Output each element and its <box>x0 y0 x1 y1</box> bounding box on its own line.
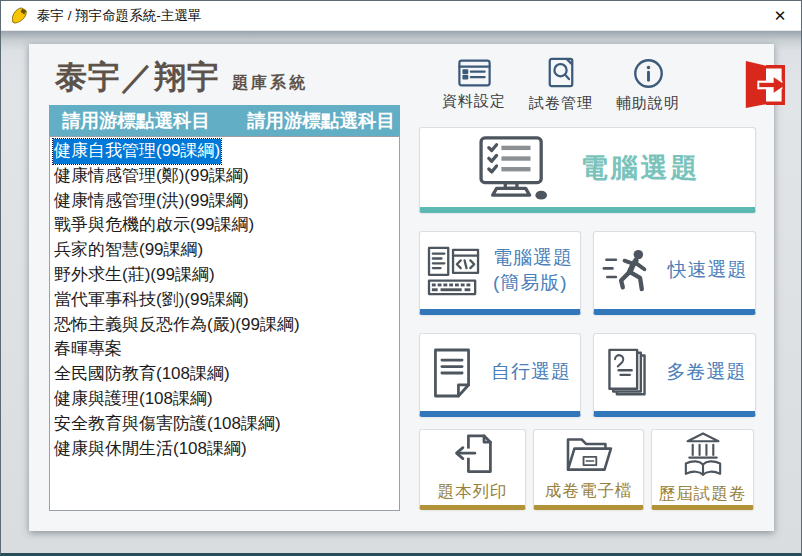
data-settings-icon <box>458 59 491 87</box>
subject-list-item[interactable]: 戰爭與危機的啟示(99課綱) <box>53 213 399 238</box>
app-window: 泰宇 / 翔宇命題系統-主選單 ✕ 泰宇／翔宇 題庫系統 請用游標點選科目 請用… <box>0 0 802 556</box>
subject-list-item[interactable]: 安全教育與傷害防護(108課綱) <box>53 412 399 437</box>
action-exam-manage[interactable]: 試卷管理 <box>521 57 601 113</box>
action-label: 試卷管理 <box>529 94 593 113</box>
button-label: 題本列印 <box>438 481 508 503</box>
main-panel: 泰宇／翔宇 題庫系統 請用游標點選科目 請用游標點選科目 健康自我管理(99課綱… <box>29 44 774 531</box>
exam-efile-button[interactable]: 成卷電子檔 <box>533 429 644 510</box>
computer-select-simple-button[interactable]: 電腦選題 (簡易版) <box>419 231 581 315</box>
close-button[interactable]: ✕ <box>763 1 797 30</box>
subject-list-item[interactable]: 健康情感管理(鄭)(99課綱) <box>53 164 399 189</box>
subject-list-item[interactable]: 健康自我管理(99課綱) <box>53 139 399 164</box>
subject-list-item[interactable]: 健康與休閒生活(108課綱) <box>53 437 399 462</box>
running-person-icon <box>602 246 654 296</box>
document-lines-icon <box>429 347 475 399</box>
page-export-arrow-icon <box>450 433 496 477</box>
button-label: 多卷選題 <box>667 360 747 385</box>
subject-listbox[interactable]: 健康自我管理(99課綱)健康情感管理(鄭)(99課綱)健康情感管理(洪)(99課… <box>49 136 400 511</box>
print-booklet-button[interactable]: 題本列印 <box>419 429 526 510</box>
exit-button[interactable] <box>741 59 791 109</box>
subject-list-item[interactable]: 恐怖主義與反恐作為(嚴)(99課綱) <box>53 313 399 338</box>
computer-checklist-icon <box>475 136 555 200</box>
logo-sub-text: 題庫系統 <box>232 73 308 94</box>
past-exams-button[interactable]: 歷屆試題卷 <box>651 429 754 510</box>
client-area: 泰宇／翔宇 題庫系統 請用游標點選科目 請用游標點選科目 健康自我管理(99課綱… <box>1 31 801 556</box>
subject-list-item[interactable]: 當代軍事科技(劉)(99課綱) <box>53 288 399 313</box>
subject-list-item[interactable]: 健康情感管理(洪)(99課綱) <box>53 189 399 214</box>
self-select-button[interactable]: 自行選題 <box>419 333 581 417</box>
action-data-settings[interactable]: 資料設定 <box>434 59 514 111</box>
exam-manage-icon <box>546 57 576 89</box>
subject-list-header: 請用游標點選科目 請用游標點選科目 <box>49 105 400 136</box>
logo-main-text: 泰宇／翔宇 <box>55 56 220 100</box>
exit-door-icon <box>741 59 791 109</box>
subject-list-item[interactable]: 春暉專案 <box>53 337 399 362</box>
button-label: 歷屆試題卷 <box>659 483 747 505</box>
subject-list-item[interactable]: 全民國防教育(108課綱) <box>53 362 399 387</box>
title-bar: 泰宇 / 翔宇命題系統-主選單 ✕ <box>1 1 801 31</box>
open-folder-icon <box>563 434 615 476</box>
computer-select-button[interactable]: 電腦選題 <box>419 127 756 213</box>
action-label: 輔助說明 <box>616 94 680 113</box>
multi-select-button[interactable]: 多卷選題 <box>593 333 756 417</box>
action-help[interactable]: 輔助說明 <box>608 58 688 113</box>
subject-list-header-left: 請用游標點選科目 <box>62 108 210 133</box>
keyboard-docs-icon <box>427 246 481 296</box>
archive-building-book-icon <box>679 431 727 479</box>
subject-list-header-right: 請用游標點選科目 <box>247 108 395 133</box>
subject-list-item[interactable]: 兵家的智慧(99課綱) <box>53 238 399 263</box>
help-info-icon <box>633 58 664 89</box>
button-label: 電腦選題 <box>581 150 701 186</box>
yellow-pen-icon <box>10 6 29 25</box>
action-label: 資料設定 <box>442 92 506 111</box>
subject-list-item[interactable]: 野外求生(莊)(99課綱) <box>53 263 399 288</box>
button-label: 電腦選題 (簡易版) <box>493 246 573 295</box>
app-logo: 泰宇／翔宇 題庫系統 <box>55 56 308 100</box>
stacked-papers-icon <box>603 346 651 400</box>
button-label: 成卷電子檔 <box>545 480 633 502</box>
button-label: 自行選題 <box>491 360 571 385</box>
button-label: 快速選題 <box>668 258 748 283</box>
quick-select-button[interactable]: 快速選題 <box>593 231 756 315</box>
window-title: 泰宇 / 翔宇命題系統-主選單 <box>37 7 201 25</box>
subject-list-item[interactable]: 健康與護理(108課綱) <box>53 387 399 412</box>
